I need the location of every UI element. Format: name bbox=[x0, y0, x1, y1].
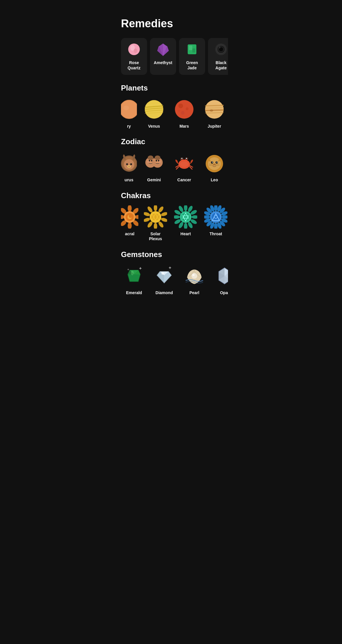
svg-point-110 bbox=[144, 211, 151, 217]
planet-mars[interactable]: Mars bbox=[171, 98, 197, 129]
cancer-label: Cancer bbox=[177, 178, 191, 182]
chakra-heart[interactable]: Heart bbox=[173, 205, 199, 241]
zodiac-leo[interactable]: Leo bbox=[201, 151, 227, 182]
svg-point-48 bbox=[151, 160, 153, 162]
svg-point-63 bbox=[181, 158, 182, 159]
svg-point-136 bbox=[222, 215, 227, 219]
chakras-section: Chakras bbox=[114, 188, 228, 247]
planet-jupiter[interactable]: Jupiter bbox=[201, 98, 227, 129]
zodiac-cancer[interactable]: Cancer bbox=[171, 151, 197, 182]
pearl-label: Pearl bbox=[189, 290, 199, 295]
gemstones-scroll: Emerald bbox=[114, 264, 228, 298]
gemstones-section: Gemstones bbox=[114, 247, 228, 301]
svg-point-49 bbox=[147, 161, 149, 163]
svg-point-119 bbox=[191, 215, 197, 219]
opal-icon bbox=[213, 264, 228, 287]
remedy-card-amethyst[interactable]: Amethyst bbox=[150, 38, 176, 75]
svg-point-23 bbox=[178, 104, 183, 108]
remedy-card-black-agate[interactable]: BlackAgate bbox=[208, 38, 228, 75]
svg-point-125 bbox=[174, 215, 180, 219]
heart-label: Heart bbox=[180, 231, 191, 236]
svg-point-116 bbox=[184, 205, 187, 211]
green-jade-icon bbox=[185, 42, 199, 57]
svg-point-32 bbox=[210, 109, 213, 112]
svg-rect-8 bbox=[192, 48, 195, 53]
diamond-icon bbox=[153, 264, 176, 287]
svg-point-15 bbox=[123, 106, 129, 110]
diamond-label: Diamond bbox=[155, 290, 173, 295]
svg-point-102 bbox=[154, 205, 157, 211]
remedies-scroll: RoseQuartz Amethyst GreenJade bbox=[114, 38, 228, 81]
planet-mercury[interactable]: ry bbox=[121, 98, 137, 129]
heart-chakra-icon bbox=[174, 205, 197, 229]
svg-point-75 bbox=[217, 162, 218, 163]
svg-point-74 bbox=[212, 162, 213, 163]
jupiter-icon bbox=[203, 98, 226, 121]
gemstone-diamond[interactable]: Diamond bbox=[151, 264, 177, 295]
solar-plexus-chakra-icon bbox=[144, 205, 167, 229]
chakra-sacral[interactable]: acral bbox=[121, 205, 138, 241]
svg-point-132 bbox=[214, 205, 218, 211]
svg-point-22 bbox=[175, 100, 193, 119]
svg-point-53 bbox=[156, 160, 157, 162]
opal-label: Opal bbox=[220, 290, 228, 295]
sacral-label: acral bbox=[125, 231, 135, 236]
leo-icon bbox=[203, 151, 226, 175]
planet-venus[interactable]: Venus bbox=[141, 98, 167, 129]
svg-point-107 bbox=[154, 223, 157, 229]
svg-point-46 bbox=[148, 155, 153, 160]
svg-point-12 bbox=[219, 46, 220, 48]
planets-section: Planets ry bbox=[114, 81, 228, 135]
svg-point-55 bbox=[159, 161, 161, 163]
svg-point-94 bbox=[128, 222, 132, 229]
remedy-card-green-jade[interactable]: GreenJade bbox=[179, 38, 205, 75]
gemstone-opal[interactable]: Opal bbox=[211, 264, 228, 295]
remedy-label-black-agate: BlackAgate bbox=[216, 60, 227, 70]
gemini-icon bbox=[142, 151, 166, 175]
throat-chakra-icon bbox=[204, 205, 227, 229]
emerald-icon bbox=[122, 264, 146, 287]
svg-line-30 bbox=[205, 110, 224, 111]
svg-line-28 bbox=[205, 105, 224, 106]
remedy-label-green-jade: GreenJade bbox=[186, 60, 198, 70]
mercury-icon bbox=[121, 98, 137, 121]
svg-point-2 bbox=[134, 48, 137, 53]
svg-point-90 bbox=[128, 205, 132, 212]
black-agate-icon bbox=[214, 42, 228, 57]
svg-point-122 bbox=[184, 223, 187, 229]
svg-point-42 bbox=[130, 163, 132, 165]
leo-label: Leo bbox=[211, 178, 218, 182]
svg-point-69 bbox=[180, 161, 188, 167]
chakras-scroll: acral bbox=[114, 205, 228, 244]
chakra-solar-plexus[interactable]: SolarPlexus bbox=[142, 205, 169, 241]
zodiac-taurus[interactable]: urus bbox=[121, 151, 137, 182]
planets-scroll: ry Venus bbox=[114, 98, 228, 132]
gemstone-emerald[interactable]: Emerald bbox=[121, 264, 147, 295]
pearl-icon bbox=[183, 264, 206, 287]
zodiac-scroll: urus bbox=[114, 151, 228, 185]
svg-point-64 bbox=[186, 158, 187, 159]
chakra-throat[interactable]: Throat bbox=[203, 205, 228, 241]
svg-point-26 bbox=[178, 110, 180, 112]
svg-point-101 bbox=[129, 214, 132, 218]
solar-plexus-label: SolarPlexus bbox=[149, 231, 162, 241]
rose-quartz-icon bbox=[127, 42, 141, 57]
svg-line-31 bbox=[205, 113, 224, 113]
gemini-label: Gemini bbox=[147, 178, 161, 182]
svg-point-104 bbox=[160, 211, 167, 217]
svg-point-24 bbox=[186, 107, 189, 110]
gemstone-pearl[interactable]: Pearl bbox=[181, 264, 207, 295]
remedy-label-amethyst: Amethyst bbox=[154, 60, 172, 65]
venus-icon bbox=[142, 98, 166, 121]
svg-point-13 bbox=[121, 100, 137, 119]
taurus-icon bbox=[121, 151, 137, 175]
zodiac-gemini[interactable]: Gemini bbox=[141, 151, 167, 182]
throat-label: Throat bbox=[209, 231, 222, 236]
chakras-section-title: Chakras bbox=[114, 191, 228, 200]
svg-point-40 bbox=[124, 159, 134, 170]
svg-point-183 bbox=[192, 274, 195, 276]
remedy-card-rose-quartz[interactable]: RoseQuartz bbox=[121, 38, 147, 75]
taurus-label: urus bbox=[124, 178, 133, 182]
svg-point-181 bbox=[161, 272, 164, 275]
zodiac-section-title: Zodiac bbox=[114, 137, 228, 146]
